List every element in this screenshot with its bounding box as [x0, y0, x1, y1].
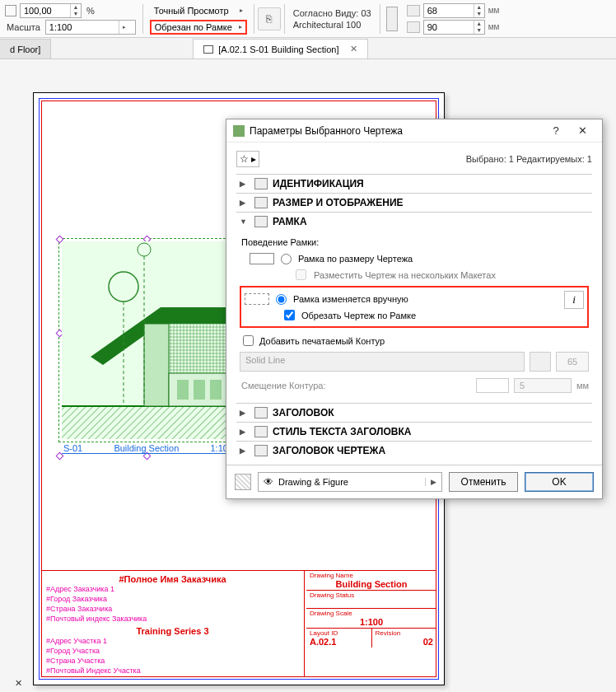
link-toggle-icon[interactable]: ⎘	[258, 7, 281, 30]
dwg-status-label: Drawing Status	[310, 591, 433, 599]
dialog-title: Параметры Выбранного Чертежа	[250, 125, 543, 137]
svg-rect-7	[144, 324, 169, 406]
cancel-button[interactable]: Отменить	[449, 472, 518, 492]
zoom-unit: %	[85, 6, 96, 16]
info-button[interactable]: i	[564, 291, 584, 309]
tab-building-section[interactable]: [A.02.1 S-01 Building Section] ✕	[193, 39, 368, 58]
client-zip: #Почтовый индекс Заказчика	[46, 614, 299, 624]
offset-label: Смещение Контура:	[241, 381, 326, 390]
size-icon	[254, 197, 268, 208]
layer-dropdown[interactable]: 👁 Drawing & Figure ▶	[258, 472, 442, 492]
revision-value: 02	[376, 637, 434, 647]
client-country: #Страна Заказчика	[46, 604, 299, 614]
offset-icon	[476, 378, 509, 393]
svg-rect-11	[210, 380, 222, 400]
dwg-scale-value: 1:100	[310, 617, 433, 627]
close-button[interactable]: ✕	[569, 124, 595, 137]
pen-number: 65	[556, 352, 589, 372]
dwg-name-value: Building Section	[310, 579, 433, 589]
pen-preview	[530, 352, 551, 372]
svg-rect-10	[194, 380, 205, 400]
title-icon	[254, 407, 268, 418]
ok-button[interactable]: OK	[525, 472, 594, 492]
id-icon	[254, 178, 268, 189]
section-title[interactable]: ▶ЗАГОЛОВОК	[236, 404, 592, 422]
site-zip: #Почтовый Индекс Участка	[46, 666, 299, 676]
visibility-icon: 👁	[264, 476, 273, 488]
frame-icon	[254, 216, 268, 227]
frame-behavior-label: Поведение Рамки:	[240, 236, 589, 250]
series: Training Series 3	[46, 626, 299, 636]
section-size-display[interactable]: ▶РАЗМЕР И ОТОБРАЖЕНИЕ	[236, 194, 592, 212]
layout-id-label: Layout ID	[310, 629, 368, 637]
dwg-scale-label: Drawing Scale	[310, 610, 433, 617]
dwg-name-label: Drawing Name	[310, 572, 433, 579]
svg-rect-3	[62, 406, 235, 439]
option-crop-to-frame[interactable]: Обрезать Чертеж по Рамке	[245, 307, 558, 323]
scale-label: Масшта	[5, 22, 42, 32]
dwg-title-icon	[254, 445, 268, 456]
width-icon	[407, 5, 420, 16]
fit-view-line2: Architectural 100	[292, 20, 373, 30]
text-style-icon	[254, 426, 268, 437]
layout-icon	[203, 45, 213, 54]
toolbar-separator	[142, 4, 143, 34]
crop-by-frame-dropdown[interactable]: Обрезан по Рамке▸	[150, 20, 247, 35]
exact-preview-button[interactable]: Точный Просмотр▸	[150, 3, 247, 18]
close-tab-icon[interactable]: ✕	[350, 44, 357, 54]
fit-view-line1: Согласно Виду: 03	[292, 8, 373, 18]
client-addr: #Адрес Заказчика 1	[46, 584, 299, 594]
height-input[interactable]: ▲▼	[423, 20, 485, 35]
toolbar-separator	[284, 4, 285, 34]
client-name: #Полное Имя Заказчика	[46, 574, 299, 584]
offset-input: 5	[514, 378, 572, 393]
option-printable-border[interactable]: Добавить печатаемый Контур	[240, 333, 589, 348]
scale-input[interactable]: ▸	[45, 20, 136, 35]
svg-rect-6	[169, 324, 235, 373]
favorites-button[interactable]: ☆ ▸	[236, 151, 259, 167]
option-fit-to-drawing[interactable]: Рамка по размеру Чертежа	[240, 250, 589, 267]
view-tabs: d Floor] [A.02.1 S-01 Building Section] …	[0, 38, 616, 59]
top-toolbar: ▲▼ % Масшта ▸ Точный Просмотр▸ Обрезан п…	[0, 0, 616, 38]
fit-icon	[250, 253, 274, 264]
section-identification[interactable]: ▶ИДЕНТИФИКАЦИЯ	[236, 175, 592, 193]
tab-ground-floor[interactable]: d Floor]	[0, 39, 51, 58]
drawing-title-bar: S-01 Building Section 1:100	[62, 443, 235, 454]
client-city: #Город Заказчика	[46, 594, 299, 604]
dialog-titlebar[interactable]: Параметры Выбранного Чертежа ? ✕	[226, 119, 602, 143]
drawing-settings-dialog: Параметры Выбранного Чертежа ? ✕ ☆ ▸ Выб…	[226, 119, 603, 499]
site-country: #Страна Участка	[46, 656, 299, 666]
help-button[interactable]: ?	[543, 124, 569, 137]
layer-icon	[235, 474, 251, 490]
manual-icon	[245, 293, 269, 305]
zoom-input[interactable]: ▲▼	[20, 3, 82, 18]
svg-rect-9	[177, 380, 189, 400]
site-addr: #Адрес Участка 1	[46, 636, 299, 646]
section-sketch	[62, 241, 235, 439]
revision-label: Revision	[376, 629, 434, 637]
section-title-text-style[interactable]: ▶СТИЛЬ ТЕКСТА ЗАГОЛОВКА	[236, 423, 592, 441]
unit-label: мм	[488, 6, 500, 15]
anchor-icon[interactable]	[386, 7, 398, 31]
app-icon	[233, 125, 245, 137]
site-city: #Город Участка	[46, 646, 299, 656]
canvas-close-icon[interactable]: ✕	[15, 678, 22, 689]
toolbar-separator	[380, 4, 380, 34]
placed-drawing[interactable]: S-01 Building Section 1:100	[62, 241, 235, 439]
option-multi-layout: Разместить Чертеж на нескольких Макетах	[240, 267, 589, 283]
title-block: #Полное Имя Заказчика #Адрес Заказчика 1…	[41, 570, 436, 677]
toolbar-separator	[254, 4, 254, 34]
offset-unit: мм	[576, 381, 589, 390]
section-frame[interactable]: ▼РАМКА	[236, 213, 592, 231]
unit-label: мм	[488, 22, 500, 31]
width-input[interactable]: ▲▼	[423, 3, 485, 18]
highlighted-frame-options: Рамка изменяется вручную Обрезать Чертеж…	[240, 286, 589, 328]
height-icon	[407, 21, 420, 33]
option-manual-resize[interactable]: Рамка изменяется вручную	[245, 291, 558, 307]
layout-id-value: A.02.1	[310, 637, 368, 647]
line-type-dropdown: Solid Line	[240, 352, 525, 372]
selection-info: Выбрано: 1 Редактируемых: 1	[466, 154, 592, 164]
section-drawing-title[interactable]: ▶ЗАГОЛОВОК ЧЕРТЕЖА	[236, 442, 592, 460]
zoom-icon	[5, 5, 16, 16]
